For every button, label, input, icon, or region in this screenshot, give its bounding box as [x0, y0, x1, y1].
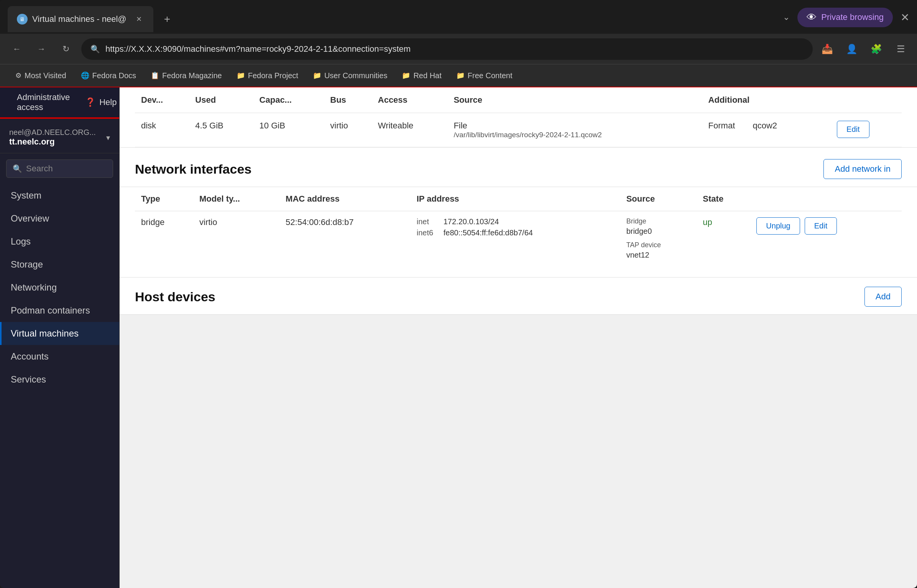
tab-title: Virtual machines - neel@ [32, 14, 129, 24]
main-content: Dev... Used Capac... Bus Access Source A… [120, 87, 917, 588]
col-used: Used [189, 87, 253, 113]
tab-list-dropdown[interactable]: ⌄ [783, 12, 790, 22]
net-type: bridge [135, 211, 193, 266]
sidebar-item-logs[interactable]: Logs [0, 230, 119, 253]
net-col-state: State [697, 187, 750, 211]
disk-source-type: File [454, 121, 696, 131]
menu-icon[interactable]: ☰ [892, 41, 909, 57]
sidebar: Administrative access ❓ Help ▾ ⚙ Session… [0, 87, 120, 588]
sidebar-user-info: neel@AD.NEELC.ORG... tt.neelc.org ▾ [0, 119, 119, 153]
sidebar-item-overview[interactable]: Overview [0, 207, 119, 230]
net-col-type: Type [135, 187, 193, 211]
extensions-icon[interactable]: 🧩 [868, 41, 885, 57]
help-icon: ❓ [85, 97, 95, 107]
host-devices-header: Host devices Add [120, 278, 917, 314]
disk-source: File /var/lib/libvirt/images/rocky9-2024… [447, 113, 702, 147]
disk-device: disk [135, 113, 189, 147]
forward-button[interactable]: → [32, 40, 51, 58]
disk-used: 4.5 GiB [189, 113, 253, 147]
bookmark-fedora-magazine[interactable]: 📋 Fedora Magazine [145, 68, 228, 83]
magazine-icon: 📋 [151, 71, 159, 80]
net-col-actions [750, 187, 902, 211]
sidebar-item-virtual-machines[interactable]: Virtual machines [0, 322, 119, 345]
host-devices-section: Host devices Add [120, 278, 917, 315]
bookmark-fedora-docs[interactable]: 🌐 Fedora Docs [75, 68, 143, 83]
disk-capacity: 10 GiB [253, 113, 324, 147]
account-icon[interactable]: 👤 [843, 41, 860, 57]
disk-additional-key: Format [708, 121, 735, 130]
add-network-button[interactable]: Add network in [823, 159, 902, 179]
folder-icon-2: 📁 [313, 71, 321, 80]
reload-button[interactable]: ↻ [57, 40, 75, 58]
network-section-title: Network interfaces [135, 162, 823, 177]
net-actions: Unplug Edit [750, 211, 902, 266]
col-actions [831, 87, 902, 113]
bookmark-fedora-project[interactable]: 📁 Fedora Project [230, 68, 304, 83]
address-bar[interactable]: 🔍 https://X.X.X.X:9090/machines#vm?name=… [81, 38, 813, 60]
admin-access-label: Administrative access [17, 92, 70, 112]
tab-close-button[interactable]: ✕ [133, 14, 144, 25]
host-devices-title: Host devices [135, 289, 864, 304]
bookmark-most-visited[interactable]: ⚙ Most Visited [9, 68, 72, 83]
ip-addr-2: fe80::5054:ff:fe6d:d8b7/64 [444, 228, 533, 237]
user-domain: tt.neelc.org [9, 137, 102, 147]
add-host-device-button[interactable]: Add [864, 287, 902, 307]
net-unplug-button[interactable]: Unplug [756, 217, 800, 235]
private-browsing-label: Private browsing [821, 12, 884, 22]
disk-row: disk 4.5 GiB 10 GiB virtio Writeable Fil… [135, 113, 902, 147]
net-col-source: Source [620, 187, 697, 211]
sidebar-search-input[interactable] [26, 164, 131, 174]
disk-additional-value: qcow2 [753, 121, 777, 130]
ip-addr-1: 172.20.0.103/24 [444, 217, 499, 226]
net-ip: inet 172.20.0.103/24 inet6 fe80::5054:ff… [411, 211, 620, 266]
globe-icon: 🌐 [81, 71, 89, 80]
bookmark-user-communities[interactable]: 📁 User Communities [307, 68, 393, 83]
back-button[interactable]: ← [8, 40, 26, 58]
disk-bus: virtio [324, 113, 372, 147]
sidebar-item-accounts[interactable]: Accounts [0, 345, 119, 368]
source-tap-label: TAP device [626, 241, 661, 249]
net-col-model: Model ty... [193, 187, 279, 211]
net-mac: 52:54:00:6d:d8:b7 [279, 211, 411, 266]
close-browser-button[interactable]: ✕ [901, 11, 909, 24]
sidebar-item-podman-containers[interactable]: Podman containers [0, 299, 119, 322]
private-browsing-button[interactable]: 👁 Private browsing [797, 8, 893, 27]
sidebar-item-system[interactable]: System [0, 184, 119, 207]
sidebar-item-services[interactable]: Services [0, 368, 119, 391]
net-source: Bridge bridge0 TAP device [620, 211, 697, 266]
folder-icon-4: 📁 [456, 71, 465, 80]
bookmark-red-hat[interactable]: 📁 Red Hat [396, 68, 447, 83]
network-table: Type Model ty... MAC address IP address … [135, 187, 902, 266]
url-display: https://X.X.X.X:9090/machines#vm?name=ro… [105, 44, 804, 54]
network-section-header: Network interfaces Add network in [120, 148, 917, 187]
net-state-value: up [703, 217, 712, 227]
net-edit-button[interactable]: Edit [805, 217, 837, 235]
gear-icon: ⚙ [15, 71, 21, 80]
user-org: neel@AD.NEELC.ORG... [9, 128, 102, 137]
source-bridge-label: Bridge [626, 217, 646, 225]
net-model: virtio [193, 211, 279, 266]
sidebar-item-storage[interactable]: Storage [0, 253, 119, 276]
sidebar-nav: System Overview Logs Storage Networking … [0, 184, 119, 391]
disk-additional: Format qcow2 [702, 113, 831, 147]
bookmarks-bar: ⚙ Most Visited 🌐 Fedora Docs 📋 Fedora Ma… [0, 64, 917, 87]
col-access: Access [372, 87, 448, 113]
disk-table: Dev... Used Capac... Bus Access Source A… [135, 87, 902, 147]
sidebar-item-networking[interactable]: Networking [0, 276, 119, 299]
new-tab-button[interactable]: + [157, 9, 177, 29]
source-tap-value: vnet12 [626, 251, 649, 260]
col-bus: Bus [324, 87, 372, 113]
net-col-mac: MAC address [279, 187, 411, 211]
pocket-icon[interactable]: 📥 [819, 41, 836, 57]
net-col-ip: IP address [411, 187, 620, 211]
bookmark-free-content[interactable]: 📁 Free Content [450, 68, 519, 83]
active-tab[interactable]: 🖥 Virtual machines - neel@ ✕ [8, 6, 153, 32]
disk-edit-button[interactable]: Edit [837, 121, 869, 138]
disk-actions: Edit [831, 113, 902, 147]
disk-access: Writeable [372, 113, 448, 147]
sidebar-search-icon: 🔍 [13, 164, 22, 173]
private-browsing-icon: 👁 [807, 11, 817, 23]
col-additional: Additional [702, 87, 831, 113]
sidebar-search-box[interactable]: 🔍 [6, 159, 113, 178]
user-dropdown-button[interactable]: ▾ [106, 133, 110, 142]
